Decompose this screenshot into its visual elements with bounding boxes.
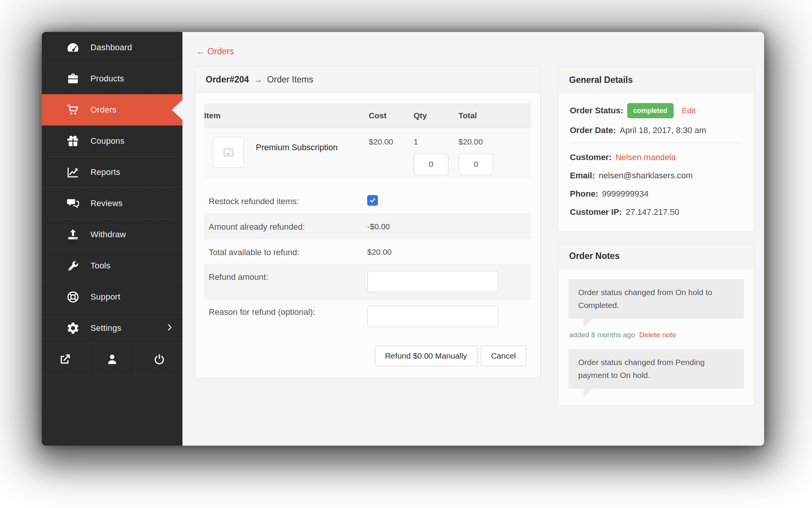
right-arrow-icon: → [251, 75, 265, 84]
sidebar-item-label: Reports [90, 167, 120, 177]
gear-icon [65, 321, 81, 336]
back-to-orders-link[interactable]: ← Orders [196, 46, 234, 57]
column-header-total: Total [458, 103, 531, 128]
phone-line: Phone: 9999999934 [570, 188, 742, 200]
sidebar-item-products[interactable]: Products [42, 63, 182, 94]
order-notes-header: Order Notes [558, 243, 754, 269]
sidebar-item-support[interactable]: Support [42, 281, 182, 313]
sidebar-item-reviews[interactable]: Reviews [42, 188, 182, 219]
cart-icon [65, 102, 81, 117]
user-icon[interactable] [89, 344, 136, 375]
item-cost: $20.00 [369, 128, 414, 178]
customer-line: Customer: Nelsen mandela [570, 151, 742, 164]
general-details-header: General Details [558, 67, 754, 93]
total-available-label: Total available to refund: [209, 246, 367, 257]
product-thumbnail [213, 137, 244, 168]
sidebar-footer [42, 344, 182, 375]
restock-checkbox[interactable] [367, 195, 378, 206]
sidebar: Dashboard Products Orders Coupons Report [42, 32, 182, 446]
column-header-cost: Cost [369, 103, 414, 128]
refund-amount-input[interactable] [367, 271, 498, 292]
phone-label: Phone: [570, 188, 598, 200]
column-header-qty: Qty [414, 103, 458, 128]
sidebar-item-tools[interactable]: Tools [42, 250, 182, 281]
customer-ip-line: Customer IP: 27.147.217.50 [570, 206, 742, 218]
table-header-row: Item Cost Qty Total [204, 103, 531, 128]
chart-icon [65, 165, 81, 180]
customer-link[interactable]: Nelsen mandela [615, 151, 676, 164]
order-note-bubble: Order status changed from On hold to Com… [568, 279, 744, 319]
order-items-table: Item Cost Qty Total Pre [204, 103, 531, 178]
cancel-button[interactable]: Cancel [481, 346, 526, 366]
sidebar-item-orders[interactable]: Orders [42, 94, 182, 125]
order-status-line: Order Status: completed Edit [570, 103, 742, 118]
sidebar-item-dashboard[interactable]: Dashboard [42, 32, 182, 63]
sidebar-item-coupons[interactable]: Coupons [42, 125, 182, 157]
chevron-right-icon [165, 323, 174, 333]
dashboard-icon [65, 40, 81, 55]
sidebar-item-label: Withdraw [90, 230, 126, 240]
amount-refunded-value: -$0.00 [367, 221, 390, 231]
email-value: nelsen@sharklasers.com [599, 170, 693, 182]
general-details-panel: General Details Order Status: completed … [558, 67, 754, 232]
refund-reason-row: Reason for refund (optional): [204, 299, 531, 334]
refund-total-input[interactable] [458, 153, 493, 175]
item-qty: 1 [414, 137, 418, 146]
restock-row: Restock refunded items: [204, 188, 531, 213]
refund-actions: Refund $0.00 Manually Cancel [204, 346, 531, 366]
order-notes-panel: Order Notes Order status changed from On… [558, 243, 754, 406]
refund-amount-label: Refund amount: [209, 271, 367, 282]
table-row: Premium Subscription $20.00 1 $20.00 [204, 128, 531, 178]
panel-subtitle: Order Items [267, 75, 313, 84]
refund-form: Restock refunded items: Amount already r… [204, 188, 531, 334]
sidebar-item-settings[interactable]: Settings [42, 313, 182, 344]
amount-refunded-row: Amount already refunded: -$0.00 [204, 213, 531, 239]
sidebar-item-label: Reviews [90, 198, 123, 208]
edit-status-link[interactable]: Edit [682, 105, 696, 116]
details-column: General Details Order Status: completed … [558, 67, 754, 406]
comments-icon [65, 196, 81, 211]
item-total: $20.00 [458, 137, 483, 146]
email-line: Email: nelsen@sharklasers.com [570, 170, 742, 182]
sidebar-item-label: Tools [90, 261, 110, 271]
order-items-panel-header: Order#204 → Order Items [195, 67, 540, 93]
order-number: Order#204 [206, 75, 249, 84]
sidebar-item-label: Dashboard [90, 43, 132, 52]
sidebar-item-label: Settings [90, 323, 121, 333]
refund-reason-input[interactable] [367, 306, 498, 327]
life-ring-icon [65, 289, 81, 305]
external-link-icon[interactable] [42, 344, 89, 375]
status-badge: completed [627, 103, 674, 118]
order-column: ← Orders Order#204 → Order Items Item Co… [195, 46, 540, 378]
order-notes-title: Order Notes [569, 251, 620, 261]
gift-icon [65, 133, 81, 149]
app-window: Dashboard Products Orders Coupons Report [42, 32, 764, 446]
order-note-bubble: Order status changed from Pending paymen… [568, 349, 744, 389]
customer-label: Customer: [570, 151, 612, 164]
order-items-body: Item Cost Qty Total Pre [195, 93, 540, 378]
sidebar-item-label: Orders [90, 105, 116, 115]
sidebar-item-withdraw[interactable]: Withdraw [42, 219, 182, 250]
divider [570, 143, 742, 143]
power-icon[interactable] [136, 344, 182, 375]
refund-qty-input[interactable] [414, 153, 449, 175]
amount-refunded-label: Amount already refunded: [209, 221, 367, 232]
left-arrow-icon: ← [196, 46, 205, 56]
delete-note-link[interactable]: Delete note [639, 331, 676, 339]
order-date-label: Order Date: [570, 124, 616, 137]
refund-manually-button[interactable]: Refund $0.00 Manually [375, 346, 477, 366]
wrench-icon [65, 258, 81, 273]
main-content: ← Orders Order#204 → Order Items Item Co… [182, 32, 764, 446]
email-label: Email: [570, 170, 595, 182]
briefcase-icon [65, 71, 81, 86]
general-details-title: General Details [569, 75, 633, 85]
upload-icon [65, 227, 81, 242]
sidebar-filler [42, 375, 182, 446]
sidebar-item-label: Support [90, 292, 120, 302]
refund-reason-label: Reason for refund (optional): [209, 306, 367, 317]
order-note-meta: added 8 months ago Delete note [569, 331, 744, 339]
customer-ip-label: Customer IP: [570, 206, 622, 218]
sidebar-item-reports[interactable]: Reports [42, 157, 182, 188]
refund-amount-row: Refund amount: [204, 264, 531, 299]
note-timestamp: added 8 months ago [569, 331, 635, 339]
